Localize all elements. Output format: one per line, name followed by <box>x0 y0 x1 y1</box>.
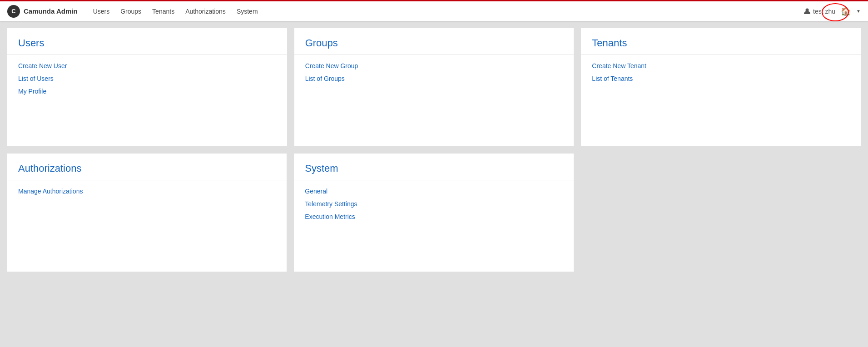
tenants-card-body: Create New Tenant List of Tenants <box>581 55 861 89</box>
tenants-card-title: Tenants <box>592 37 850 49</box>
manage-authorizations-link[interactable]: Manage Authorizations <box>18 188 276 195</box>
system-card-title: System <box>305 163 562 174</box>
system-card-body: General Telemetry Settings Execution Met… <box>294 180 573 228</box>
list-of-tenants-link[interactable]: List of Tenants <box>592 75 850 82</box>
tenants-card-header: Tenants <box>581 28 861 55</box>
list-of-groups-link[interactable]: List of Groups <box>305 75 563 82</box>
create-new-tenant-link[interactable]: Create New Tenant <box>592 62 850 69</box>
groups-card: Groups Create New Group List of Groups <box>294 28 574 146</box>
home-button[interactable]: 🏠 <box>839 5 853 17</box>
brand-icon: C <box>7 5 20 18</box>
top-cards-row: Users Create New User List of Users My P… <box>7 28 861 146</box>
groups-card-body: Create New Group List of Groups <box>294 55 574 89</box>
create-new-group-link[interactable]: Create New Group <box>305 62 563 69</box>
nav-groups[interactable]: Groups <box>116 5 146 18</box>
tenants-card: Tenants Create New Tenant List of Tenant… <box>581 28 861 146</box>
nav-system[interactable]: System <box>232 5 263 18</box>
brand: C Camunda Admin <box>7 5 78 18</box>
my-profile-link[interactable]: My Profile <box>18 88 276 95</box>
authorizations-card-header: Authorizations <box>7 154 287 180</box>
navbar: C Camunda Admin Users Groups Tenants Aut… <box>0 0 868 21</box>
home-icon: 🏠 <box>841 7 851 16</box>
telemetry-settings-link[interactable]: Telemetry Settings <box>305 200 562 208</box>
nav-authorizations[interactable]: Authorizations <box>181 5 230 18</box>
user-info: test zhu <box>804 8 835 15</box>
system-card-header: System <box>294 154 573 180</box>
empty-area <box>581 154 861 272</box>
nav-menu: Users Groups Tenants Authorizations Syst… <box>89 7 263 15</box>
users-card: Users Create New User List of Users My P… <box>7 28 287 146</box>
authorizations-card-title: Authorizations <box>18 163 276 174</box>
bottom-cards-row: Authorizations Manage Authorizations Sys… <box>7 154 861 272</box>
dropdown-arrow-icon[interactable]: ▼ <box>856 9 861 14</box>
authorizations-card-body: Manage Authorizations <box>7 180 287 202</box>
groups-card-title: Groups <box>305 37 563 49</box>
general-link[interactable]: General <box>305 188 562 195</box>
nav-users[interactable]: Users <box>89 5 114 18</box>
users-card-title: Users <box>18 37 276 49</box>
groups-card-header: Groups <box>294 28 574 55</box>
authorizations-card: Authorizations Manage Authorizations <box>7 154 287 272</box>
user-name: test zhu <box>813 8 835 15</box>
navbar-right: test zhu 🏠 ▼ <box>804 5 861 17</box>
execution-metrics-link[interactable]: Execution Metrics <box>305 213 562 220</box>
main-content: Users Create New User List of Users My P… <box>0 21 868 279</box>
brand-title: Camunda Admin <box>24 7 78 15</box>
user-icon <box>804 8 811 15</box>
list-of-users-link[interactable]: List of Users <box>18 75 276 82</box>
users-card-body: Create New User List of Users My Profile <box>7 55 287 102</box>
nav-tenants[interactable]: Tenants <box>148 5 179 18</box>
system-card: System General Telemetry Settings Execut… <box>294 154 573 272</box>
create-new-user-link[interactable]: Create New User <box>18 62 276 69</box>
users-card-header: Users <box>7 28 287 55</box>
